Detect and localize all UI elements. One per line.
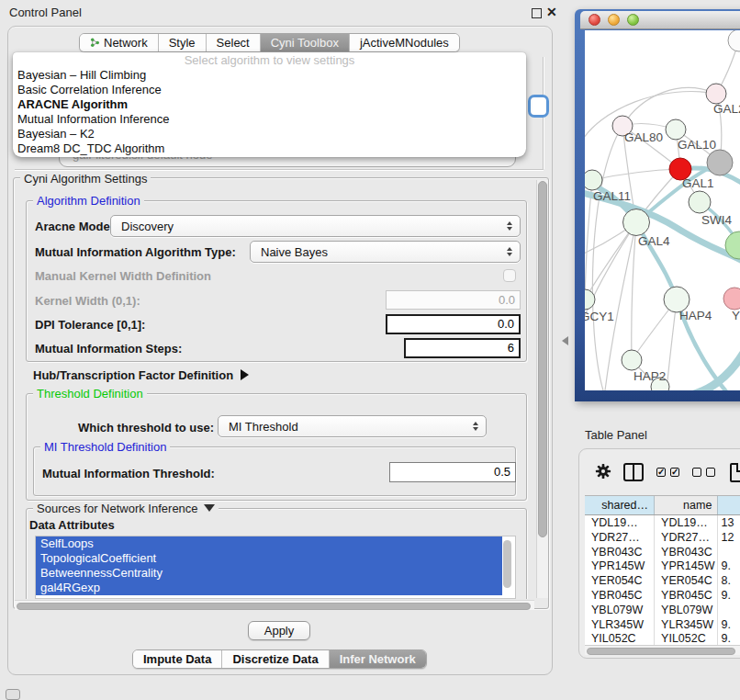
expand-right-icon [241, 369, 249, 380]
network-node[interactable] [707, 150, 733, 175]
node-label: GAL1 [682, 176, 714, 190]
network-node-gcy1[interactable] [585, 289, 595, 310]
network-node-gal4[interactable] [623, 209, 650, 236]
table-panel-title: Table Panel [585, 428, 647, 442]
dropdown-item[interactable]: ARACNE Algorithm [13, 97, 526, 112]
mi-threshold-field[interactable]: 0.5 [389, 462, 516, 482]
table-cell: YBL079W [585, 603, 655, 617]
table-row[interactable]: YLR345WYLR345W9. [585, 617, 740, 632]
table-panel: ✓✓ shared…name YDL19…YDL19…13YDR27…YDR27… [578, 448, 740, 659]
close-icon[interactable]: ✕ [546, 5, 557, 19]
scrollbar-thumb[interactable] [17, 603, 531, 610]
network-canvas[interactable]: GAL2GAL80GAL10GAL1GAL11SWI4GAL4GCY1HAP4Y… [585, 30, 740, 390]
list-item[interactable]: TopologicalCoefficient [36, 551, 502, 566]
window-close-button[interactable] [589, 14, 600, 26]
network-node-gal11[interactable] [585, 170, 602, 190]
scrollbar-thumb[interactable] [538, 181, 547, 537]
data-attributes-list[interactable]: SelfLoopsTopologicalCoefficientBetweenne… [35, 536, 516, 599]
mi-algorithm-type-combo[interactable]: Naive Bayes [250, 241, 521, 263]
table-row[interactable]: YDL19…YDL19…13 [585, 515, 740, 530]
node-label: GAL4 [638, 234, 670, 248]
table-row[interactable]: YER054CYER054C8. [585, 573, 740, 588]
dropdown-item[interactable]: Bayesian – Hill Climbing [13, 68, 526, 83]
dropdown-item[interactable]: Mutual Information Inference [13, 112, 526, 127]
network-node-gal10[interactable] [666, 119, 686, 140]
mi-threshold-definition-title: MI Threshold Definition [40, 440, 170, 454]
mi-type-label: Mutual Information Algorithm Type: [35, 245, 236, 259]
sources-toggle[interactable]: Sources for Network Inference [33, 502, 219, 515]
column-header[interactable]: shared… [585, 496, 655, 514]
dropdown-item[interactable]: Basic Correlation Inference [13, 83, 526, 97]
column-header[interactable] [718, 496, 740, 514]
aracne-mode-combo[interactable]: Discovery [110, 215, 521, 237]
columns-icon[interactable] [623, 463, 644, 481]
list-item[interactable]: gal4RGexp [36, 581, 502, 595]
table-cell: YBR045C [655, 588, 718, 603]
network-node[interactable] [728, 30, 740, 51]
kernel-width-field[interactable]: 0.0 [386, 290, 521, 310]
network-window-titlebar[interactable] [580, 11, 740, 29]
tab-network[interactable]: Network [80, 34, 158, 51]
deselect-all-checks-icon[interactable] [692, 468, 715, 477]
list-item[interactable]: BetweennessCentrality [36, 566, 502, 581]
table-cell: YLR345W [585, 617, 655, 632]
network-node-hap2[interactable] [622, 350, 642, 370]
data-attributes-label: Data Attributes [29, 518, 115, 532]
list-item[interactable]: SelfLoops [36, 536, 502, 551]
tab-jactivemnodules[interactable]: jActiveMNodules [349, 34, 459, 51]
settings-horizontal-scrollbar[interactable] [15, 600, 534, 610]
table-cell: YBR043C [585, 545, 655, 559]
network-node-swi4[interactable] [689, 191, 711, 213]
table-cell: YPR145W [655, 559, 718, 573]
mi-steps-field[interactable]: 6 [404, 338, 521, 358]
table-cell [718, 545, 740, 559]
network-edge [592, 126, 622, 390]
tab-infer-network[interactable]: Infer Network [329, 650, 426, 668]
network-node-gal2[interactable] [706, 84, 726, 104]
network-node-y[interactable] [723, 288, 740, 310]
dpi-tolerance-field[interactable]: 0.0 [386, 314, 521, 334]
apply-button[interactable]: Apply [248, 621, 310, 640]
table-row[interactable]: YBL079WYBL079W [585, 603, 740, 617]
table-row[interactable]: YBR043CYBR043C [585, 545, 740, 559]
manual-kernel-width-checkbox[interactable] [503, 269, 516, 282]
window-minimize-button[interactable] [608, 14, 620, 26]
manual-kernel-width-label: Manual Kernel Width Definition [35, 269, 211, 283]
settings-vertical-scrollbar[interactable] [536, 180, 548, 598]
focused-combo-fragment[interactable] [528, 95, 549, 118]
table-cell: YDR27… [655, 530, 718, 545]
tab-select[interactable]: Select [206, 34, 260, 51]
tab-discretize-data[interactable]: Discretize Data [221, 650, 328, 668]
table-row[interactable]: YPR145WYPR145W9. [585, 559, 740, 573]
new-table-icon[interactable] [730, 463, 740, 482]
table-row[interactable]: YIL052CYIL052C9. [585, 631, 740, 645]
algorithm-dropdown-popup: Select algorithm to view settings Bayesi… [13, 52, 526, 157]
table-row[interactable]: YBR045CYBR045C9. [585, 588, 740, 603]
node-label: GAL10 [678, 138, 716, 152]
table-row[interactable]: YDR27…YDR27…12 [585, 530, 740, 545]
which-threshold-combo[interactable]: MI Threshold [218, 415, 487, 437]
dropdown-item[interactable]: Bayesian – K2 [13, 127, 526, 141]
collapse-down-icon [204, 504, 215, 512]
tab-style[interactable]: Style [158, 34, 206, 51]
tab-impute-data[interactable]: Impute Data [133, 650, 221, 668]
gear-icon[interactable] [595, 463, 611, 482]
dropdown-item[interactable]: Dream8 DC_TDC Algorithm [13, 141, 526, 156]
select-all-checks-icon[interactable]: ✓✓ [656, 468, 679, 477]
table-cell: YER054C [655, 573, 718, 588]
list-scrollbar[interactable] [503, 540, 511, 588]
column-header[interactable]: name [655, 496, 718, 514]
tab-label: Discretize Data [232, 652, 318, 666]
table-cell: YPR145W [585, 559, 655, 573]
splitter-collapse-icon[interactable] [562, 336, 568, 345]
panel-divider [15, 169, 544, 171]
float-window-icon[interactable] [532, 8, 542, 18]
tab-cyni-toolbox[interactable]: Cyni Toolbox [260, 34, 349, 51]
table-cell: 9. [718, 588, 740, 603]
table-horizontal-scrollbar[interactable] [585, 645, 740, 655]
window-zoom-button[interactable] [627, 14, 639, 26]
hub-section-toggle[interactable]: Hub/Transcription Factor Definition [33, 368, 249, 382]
network-icon [90, 38, 100, 48]
minimized-panel-icon[interactable] [6, 689, 20, 700]
scrollbar-thumb[interactable] [587, 648, 735, 655]
